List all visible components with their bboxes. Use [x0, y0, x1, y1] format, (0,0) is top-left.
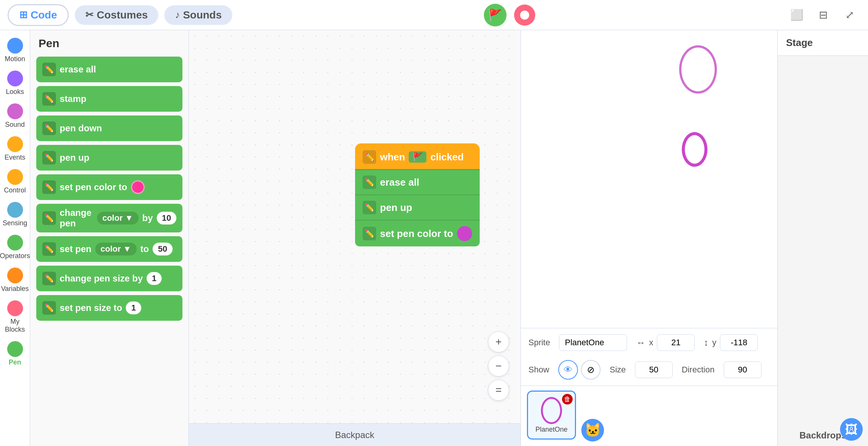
- my-blocks-circle: [7, 300, 23, 316]
- erase-all-s-label: erase all: [380, 177, 419, 188]
- tab-costumes[interactable]: ✂ Costumes: [75, 5, 158, 25]
- direction-label: Direction: [682, 365, 715, 375]
- layout-icon-1[interactable]: ⬜: [786, 5, 808, 26]
- sidebar-item-pen[interactable]: Pen: [0, 338, 30, 369]
- block-set-pen-color[interactable]: ✏️ set pen color to: [36, 174, 182, 200]
- tab-sounds[interactable]: ♪ Sounds: [164, 5, 232, 25]
- stage-sprite-center: [682, 132, 707, 167]
- stamp-label: stamp: [60, 94, 86, 104]
- x-arrow-icon: ↔: [636, 337, 645, 348]
- pen-color-swatch[interactable]: [131, 180, 145, 194]
- set-pen-num-val: 50: [158, 244, 167, 254]
- set-pen-num[interactable]: 50: [153, 243, 172, 255]
- script-pen-up[interactable]: ✏️ pen up: [355, 194, 480, 220]
- stage-side: Sprite ↔ x ↕ y Show 👁 ⊘ Size Direction: [520, 30, 777, 446]
- script-erase-all[interactable]: ✏️ erase all: [355, 169, 480, 194]
- sensing-label: Sensing: [3, 219, 27, 227]
- sprite-thumb-planet-one[interactable]: 🗑 PlanetOne: [527, 391, 576, 440]
- block-pen-up[interactable]: ✏️ pen up: [36, 145, 182, 171]
- tab-costumes-label: Costumes: [97, 9, 148, 21]
- sprite-info-bar: Sprite ↔ x ↕ y Show 👁 ⊘ Size Direction: [521, 328, 777, 386]
- backpack-bar[interactable]: Backpack: [189, 423, 520, 446]
- stage-side-header: Stage: [778, 30, 868, 56]
- fullscreen-icon[interactable]: ⤢: [839, 5, 860, 26]
- main-area: Motion Looks Sound Events Control Sensin…: [0, 30, 868, 446]
- set-size-num-val: 1: [131, 303, 136, 312]
- sensing-circle: [7, 202, 23, 218]
- pen-circle: [7, 341, 23, 357]
- change-pen-color-pill[interactable]: color ▼: [97, 212, 139, 225]
- blocks-panel-title: Pen: [30, 30, 188, 54]
- operators-label: Operators: [0, 252, 30, 260]
- size-input[interactable]: [635, 361, 673, 378]
- tab-code[interactable]: ⊞ Code: [8, 4, 69, 26]
- change-pen-color-pill-label: color: [102, 213, 123, 223]
- sidebar-item-sensing[interactable]: Sensing: [0, 199, 30, 230]
- green-flag-button[interactable]: 🚩: [484, 4, 507, 26]
- change-pen-num[interactable]: 10: [157, 212, 176, 225]
- show-hidden-button[interactable]: ⊘: [581, 360, 601, 380]
- backpack-label: Backpack: [335, 430, 374, 440]
- sidebar-item-my-blocks[interactable]: My Blocks: [0, 297, 30, 337]
- direction-input[interactable]: [724, 361, 761, 378]
- set-pen-label2: set pen: [60, 244, 91, 254]
- control-label: Control: [4, 186, 26, 194]
- set-pen-color-pill-label: color: [100, 244, 121, 254]
- sidebar-item-motion[interactable]: Motion: [0, 35, 30, 66]
- my-blocks-label: My Blocks: [2, 318, 28, 334]
- block-erase-all[interactable]: ✏️ erase all: [36, 57, 182, 82]
- change-size-num[interactable]: 1: [147, 272, 162, 285]
- sounds-icon: ♪: [175, 9, 180, 21]
- costumes-icon: ✂: [85, 9, 94, 21]
- block-pen-down[interactable]: ✏️ pen down: [36, 115, 182, 141]
- set-pen-color-label: set pen color to: [60, 182, 127, 192]
- script-when-clicked[interactable]: ✏️ when 🚩 clicked: [355, 143, 480, 169]
- pen-up-s-label: pen up: [380, 202, 412, 214]
- set-pen-size-icon: ✏️: [42, 301, 56, 315]
- add-sprite-button[interactable]: 🐱: [581, 419, 604, 441]
- pen-up-icon: ✏️: [42, 151, 56, 165]
- y-input[interactable]: [720, 334, 758, 351]
- set-pen-color-pill[interactable]: color ▼: [95, 243, 137, 255]
- pen-label: Pen: [9, 358, 21, 366]
- sound-label: Sound: [5, 121, 25, 129]
- set-pen-color-icon: ✏️: [42, 180, 56, 194]
- add-backdrop-button[interactable]: 🖼: [840, 418, 863, 441]
- set-pen-dropdown-arrow2: ▼: [123, 244, 131, 254]
- block-change-pen-color[interactable]: ✏️ change pen color ▼ by 10: [36, 204, 182, 232]
- layout-icon-2[interactable]: ⊟: [813, 5, 834, 26]
- tab-sounds-label: Sounds: [183, 9, 222, 21]
- sprites-panel: 🗑 PlanetOne 🐱: [521, 386, 777, 446]
- block-set-pen-size[interactable]: ✏️ set pen size to 1: [36, 295, 182, 321]
- sprite-name-input[interactable]: [559, 334, 627, 351]
- set-size-num[interactable]: 1: [126, 301, 141, 314]
- change-pen-color-icon: ✏️: [42, 211, 56, 225]
- sidebar-item-control[interactable]: Control: [0, 166, 30, 197]
- x-input[interactable]: [657, 334, 695, 351]
- block-stamp[interactable]: ✏️ stamp: [36, 86, 182, 112]
- looks-circle: [7, 71, 23, 86]
- stop-button[interactable]: [514, 5, 535, 26]
- sidebar-item-variables[interactable]: Variables: [0, 265, 30, 296]
- sprite-delete-button[interactable]: 🗑: [562, 394, 573, 404]
- sidebar-item-looks[interactable]: Looks: [0, 68, 30, 99]
- show-visible-button[interactable]: 👁: [558, 360, 578, 380]
- show-buttons: 👁 ⊘: [558, 360, 601, 380]
- sidebar-item-operators[interactable]: Operators: [0, 232, 30, 263]
- zoom-fit-button[interactable]: =: [488, 380, 509, 401]
- when-clicked-icon: ✏️: [363, 150, 376, 164]
- zoom-in-button[interactable]: +: [488, 331, 509, 352]
- block-set-pen-color-val[interactable]: ✏️ set pen color ▼ to 50: [36, 236, 182, 262]
- set-pen-color-s-swatch[interactable]: [457, 226, 472, 241]
- top-bar-right: ⬜ ⊟ ⤢: [786, 5, 860, 26]
- script-set-pen-color[interactable]: ✏️ set pen color to: [355, 220, 480, 246]
- sound-circle: [7, 103, 23, 119]
- svg-point-0: [520, 11, 529, 20]
- change-pen-label: change pen: [60, 208, 93, 229]
- block-change-pen-size[interactable]: ✏️ change pen size by 1: [36, 266, 182, 291]
- sidebar-item-sound[interactable]: Sound: [0, 100, 30, 132]
- pen-up-s-icon: ✏️: [363, 201, 376, 214]
- sidebar-item-events[interactable]: Events: [0, 133, 30, 165]
- change-pen-dropdown-arrow: ▼: [125, 213, 133, 223]
- zoom-out-button[interactable]: −: [488, 355, 509, 377]
